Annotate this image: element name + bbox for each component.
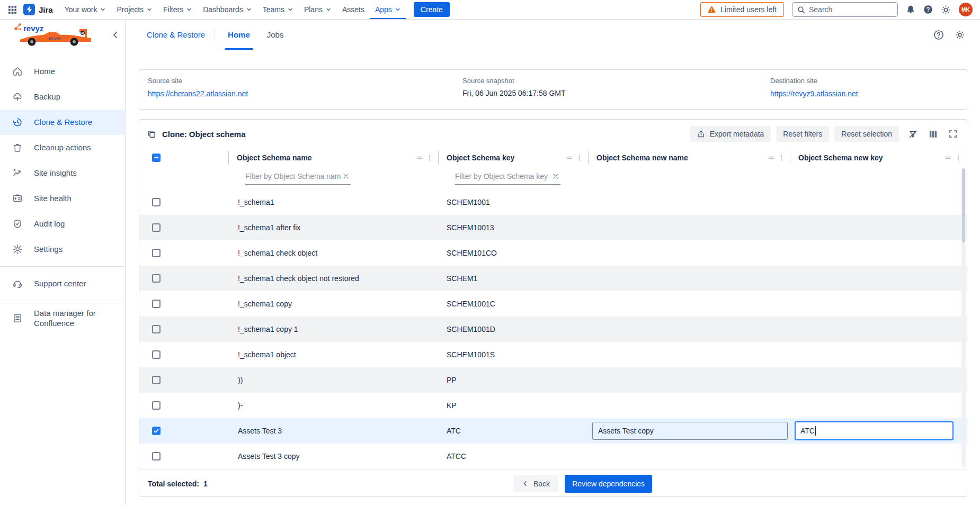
sidebar-item-home[interactable]: Home — [0, 59, 125, 84]
column-menu-button[interactable] — [425, 153, 434, 162]
notifications-button[interactable] — [906, 5, 915, 14]
filter-name-input[interactable] — [245, 172, 341, 180]
column-menu-button[interactable] — [954, 153, 963, 162]
row-checkbox[interactable] — [152, 198, 161, 206]
top-nav-item-plans[interactable]: Plans — [299, 0, 337, 19]
warning-triangle-icon — [708, 6, 716, 13]
object-schema-key: ATCC — [447, 452, 466, 460]
limited-users-button[interactable]: Limited users left — [700, 2, 784, 17]
sidebar-item-support-center[interactable]: Support center — [0, 271, 125, 296]
search-input[interactable] — [809, 5, 893, 14]
app-settings-button[interactable] — [955, 30, 965, 40]
cleanup-icon — [12, 142, 23, 153]
chevron-left-icon — [522, 480, 529, 487]
audit-log-icon — [12, 219, 23, 229]
jira-home-logo[interactable]: Jira — [20, 4, 59, 15]
reset-filters-button[interactable]: Reset filters — [776, 126, 829, 142]
chevron-down-icon — [246, 6, 252, 13]
object-schema-name: )- — [238, 401, 243, 410]
table-row: !_schema1 SCHEM1001 — [139, 189, 967, 215]
fullscreen-button[interactable] — [947, 128, 959, 140]
row-checkbox[interactable] — [152, 452, 161, 460]
source-site-block: Source site https://chetans22.atlassian.… — [148, 77, 462, 102]
revyz-sidebar: revyz 42 REVYZ HomeBackupClone & Restore… — [0, 20, 126, 506]
top-nav-item-apps[interactable]: Apps — [370, 0, 406, 19]
row-checkbox[interactable] — [152, 376, 161, 384]
row-checkbox[interactable] — [152, 300, 161, 308]
sidebar-item-clone-restore[interactable]: Clone & Restore — [0, 110, 125, 135]
row-checkbox[interactable] — [152, 401, 161, 410]
logo-car-text: REVYZ — [49, 37, 61, 41]
object-schema-key: SCHEM1001 — [447, 198, 490, 206]
help-button[interactable] — [923, 5, 933, 14]
chevron-down-icon — [395, 6, 401, 13]
sidebar-item-cleanup-actions[interactable]: Cleanup actions — [0, 135, 125, 160]
select-all-checkbox[interactable] — [152, 153, 161, 162]
chevron-down-icon — [325, 6, 332, 13]
row-checkbox[interactable] — [152, 427, 161, 435]
settings-icon — [12, 244, 23, 255]
column-drag-handle[interactable] — [767, 153, 776, 162]
scrollbar-thumb[interactable] — [962, 168, 965, 242]
top-nav-item-teams[interactable]: Teams — [257, 0, 299, 19]
name-filter — [245, 172, 351, 185]
object-schema-name: !_schema1 object — [238, 350, 296, 359]
home-icon — [12, 66, 23, 77]
column-drag-handle[interactable] — [565, 153, 574, 162]
row-checkbox[interactable] — [152, 350, 161, 359]
column-menu-button[interactable] — [575, 153, 584, 162]
app-help-button[interactable] — [933, 30, 944, 40]
tab-home[interactable]: Home — [225, 20, 253, 50]
column-menu-button[interactable] — [777, 153, 786, 162]
object-schema-name: )) — [238, 376, 243, 384]
top-nav-item-projects[interactable]: Projects — [111, 0, 158, 19]
object-schema-name: !_schema1 — [238, 198, 274, 206]
source-site-link[interactable]: https://chetans22.atlassian.net — [148, 89, 248, 98]
settings-button[interactable] — [941, 5, 951, 15]
new-name-input[interactable] — [592, 422, 788, 440]
sidebar-item-site-health[interactable]: Site health — [0, 186, 125, 211]
tab-jobs[interactable]: Jobs — [264, 20, 287, 50]
source-snapshot-label: Source snapshot — [462, 77, 770, 85]
table-actions: Export metadata Reset filters Reset sele… — [690, 126, 959, 142]
back-button[interactable]: Back — [513, 475, 558, 492]
row-checkbox[interactable] — [152, 223, 161, 232]
top-nav-item-filters[interactable]: Filters — [158, 0, 198, 19]
sidebar-item-backup[interactable]: Backup — [0, 84, 125, 110]
reset-selection-button[interactable]: Reset selection — [834, 126, 899, 142]
sidebar-item-data-manager-for-confluence[interactable]: Data manager for Confluence — [0, 305, 125, 331]
sidebar-item-audit-log[interactable]: Audit log — [0, 211, 125, 237]
close-icon — [342, 173, 350, 180]
row-checkbox[interactable] — [152, 274, 161, 283]
top-nav-item-your-work[interactable]: Your work — [59, 0, 112, 19]
destination-site-link[interactable]: https://revyz9.atlassian.net — [770, 89, 858, 98]
snapshot-info-card: Source site https://chetans22.atlassian.… — [139, 69, 967, 110]
sidebar-item-site-insights[interactable]: Site insights — [0, 160, 125, 186]
review-dependencies-button[interactable]: Review dependencies — [565, 475, 652, 493]
site-insights-icon — [12, 168, 23, 178]
row-checkbox[interactable] — [152, 325, 161, 333]
top-nav-item-assets[interactable]: Assets — [337, 0, 370, 19]
column-drag-handle[interactable] — [415, 153, 424, 162]
column-drag-handle[interactable] — [944, 153, 952, 162]
clear-name-filter-button[interactable] — [341, 173, 351, 180]
row-checkbox[interactable] — [152, 249, 161, 257]
top-nav-item-dashboards[interactable]: Dashboards — [198, 0, 257, 19]
source-snapshot-block: Source snapshot Fri, 06 Jun 2025 06:17:5… — [462, 77, 770, 102]
user-avatar[interactable]: MK — [959, 3, 973, 16]
table-filter-row — [139, 167, 967, 189]
new-key-input[interactable]: ATC — [795, 421, 954, 440]
column-header: Object Schema new name — [588, 148, 790, 167]
fullscreen-icon — [949, 130, 957, 138]
toggle-filters-button[interactable] — [907, 128, 919, 140]
app-switcher-button[interactable] — [4, 2, 20, 17]
manage-columns-button[interactable] — [927, 128, 939, 140]
sidebar-item-settings[interactable]: Settings — [0, 237, 125, 262]
app-subheader: Clone & Restore Home Jobs — [126, 20, 980, 50]
create-button[interactable]: Create — [414, 2, 450, 17]
sidebar-collapse-button[interactable] — [111, 31, 120, 39]
clear-key-filter-button[interactable] — [551, 173, 560, 180]
filter-key-input[interactable] — [455, 172, 551, 180]
export-metadata-button[interactable]: Export metadata — [690, 126, 771, 142]
header-cell-select — [139, 148, 228, 167]
